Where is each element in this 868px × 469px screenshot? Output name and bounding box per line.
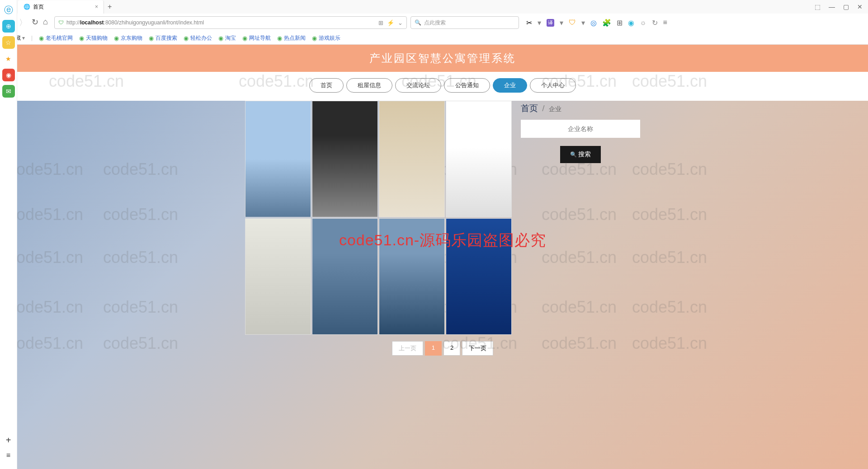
bookmark-icon: ◉ xyxy=(312,35,317,42)
bookmark-icon: ◉ xyxy=(218,35,223,42)
gallery-item[interactable] xyxy=(446,101,512,217)
bookmark-item[interactable]: ◉百度搜索 xyxy=(149,34,177,42)
bookmark-item[interactable]: ◉网址导航 xyxy=(242,34,271,42)
nav-tab-home[interactable]: 首页 xyxy=(309,78,344,93)
search-placeholder: 点此搜索 xyxy=(424,19,446,27)
nav-tabs: 首页 租屋信息 交流论坛 公告通知 企业 个人中心 xyxy=(17,72,868,101)
search-sidebar: 首页 / 企业 搜索 xyxy=(521,101,640,335)
app-icon-5[interactable]: ✉ xyxy=(2,85,15,98)
page-number-button[interactable]: 2 xyxy=(443,341,460,356)
tab-title: 首页 xyxy=(33,3,44,11)
search-button[interactable]: 搜索 xyxy=(560,146,601,163)
bookmark-item[interactable]: ◉淘宝 xyxy=(218,34,236,42)
bookmark-icon: ◉ xyxy=(149,35,154,42)
browser-chrome: 🌐 首页 × + ⬚ — ▢ ✕ 〈 〉 ↻ ⌂ 🛡 http://localh… xyxy=(0,0,868,45)
window-minimize-icon[interactable]: — xyxy=(829,3,835,10)
qr-icon[interactable]: ⊞ xyxy=(378,19,383,26)
bookmarks-bar: ★ 收藏 ▾ | ◉老毛桃官网 ◉天猫购物 ◉京东购物 ◉百度搜索 ◉轻松办公 … xyxy=(0,32,868,44)
bookmark-item[interactable]: ◉京东购物 xyxy=(114,34,142,42)
gallery-item[interactable] xyxy=(446,218,512,335)
gallery-item[interactable] xyxy=(245,101,311,217)
app-icon-2[interactable]: ☆ xyxy=(2,36,15,49)
window-controls: ⬚ — ▢ ✕ xyxy=(815,3,868,10)
window-maximize-icon[interactable]: ▢ xyxy=(843,3,849,10)
url-actions: ⊞ ⚡ ⌄ xyxy=(378,19,403,26)
nav-tab-notice[interactable]: 公告通知 xyxy=(444,78,490,93)
close-tab-icon[interactable]: × xyxy=(95,4,98,10)
home-button[interactable]: ⌂ xyxy=(43,17,48,28)
browser-tab[interactable]: 🌐 首页 × xyxy=(18,0,104,14)
flash-icon[interactable]: ⚡ xyxy=(387,19,394,26)
nav-bar: 〈 〉 ↻ ⌂ 🛡 http://localhost:8080/zhihuigo… xyxy=(0,14,868,32)
next-page-button[interactable]: 下一页 xyxy=(462,341,493,356)
gallery-item[interactable] xyxy=(379,101,445,217)
bookmark-item[interactable]: ◉热点新闻 xyxy=(277,34,306,42)
add-app-button[interactable]: + xyxy=(2,434,15,446)
browser-logo-icon: ⓔ xyxy=(2,4,15,16)
bookmark-icon: ◉ xyxy=(184,35,189,42)
url-bar[interactable]: 🛡 http://localhost:8080/zhihuigongyuguan… xyxy=(54,16,407,29)
bookmark-item[interactable]: ◉轻松办公 xyxy=(184,34,212,42)
extension-icon[interactable]: 🧩 xyxy=(602,19,611,27)
tab-bar: 🌐 首页 × + ⬚ — ▢ ✕ xyxy=(0,0,868,14)
prev-page-button[interactable]: 上一页 xyxy=(392,341,423,356)
search-icon: 🔍 xyxy=(415,19,421,26)
page-content: code51.cn code51.cn code51.cn code51.cn … xyxy=(17,45,868,469)
url-text: http://localhost:8080/zhihuigongyuguanli… xyxy=(66,19,376,26)
bookmark-item[interactable]: ◉游戏娱乐 xyxy=(312,34,340,42)
nav-tab-personal[interactable]: 个人中心 xyxy=(530,78,576,93)
page-number-button[interactable]: 1 xyxy=(425,341,442,356)
nav-tab-enterprise[interactable]: 企业 xyxy=(493,78,527,93)
menu-icon[interactable]: ≡ xyxy=(663,19,667,27)
target-icon[interactable]: ◎ xyxy=(590,19,597,27)
app-menu-button[interactable]: ≡ xyxy=(2,449,15,462)
security-icon[interactable]: 🛡 xyxy=(569,19,576,27)
bookmark-icon: ◉ xyxy=(114,35,119,42)
circle-icon[interactable]: ◉ xyxy=(628,19,634,27)
bookmark-item[interactable]: ◉天猫购物 xyxy=(79,34,108,42)
bookmark-icon: ◉ xyxy=(242,35,247,42)
page-viewport: code51.cn code51.cn code51.cn code51.cn … xyxy=(17,45,868,469)
breadcrumb: 首页 / 企业 xyxy=(521,101,640,114)
window-pin-icon[interactable]: ⬚ xyxy=(815,3,821,10)
chevron-down-icon[interactable]: ⌄ xyxy=(398,19,403,26)
reload-button[interactable]: ↻ xyxy=(32,17,38,28)
gallery-item[interactable] xyxy=(379,218,445,335)
translate-icon[interactable]: 译 xyxy=(547,19,554,27)
app-icon-1[interactable]: ⊕ xyxy=(2,20,15,33)
nav-tab-forum[interactable]: 交流论坛 xyxy=(395,78,441,93)
toolbar-icons: ✂ ▾ 译 ▾ 🛡 ▾ ◎ 🧩 ⊞ ◉ ☼ ↻ ≡ xyxy=(523,19,671,27)
shield-icon: 🛡 xyxy=(58,19,64,26)
gallery-item[interactable] xyxy=(312,218,378,335)
breadcrumb-separator: / xyxy=(542,103,544,113)
restore-icon[interactable]: ↻ xyxy=(652,19,658,27)
search-bar[interactable]: 🔍 点此搜索 xyxy=(410,16,519,29)
page-title-banner: 产业园区智慧公寓管理系统 xyxy=(17,45,868,72)
scissors-icon[interactable]: ✂ xyxy=(526,19,532,27)
window-close-icon[interactable]: ✕ xyxy=(857,3,863,10)
bookmark-item[interactable]: ◉老毛桃官网 xyxy=(39,34,73,42)
bookmark-icon: ◉ xyxy=(277,35,282,42)
bookmark-icon: ◉ xyxy=(39,35,44,42)
app-sidebar: ⓔ ⊕ ☆ ★ ◉ ✉ + ≡ xyxy=(0,0,17,469)
app-icon-4[interactable]: ◉ xyxy=(2,69,15,81)
new-tab-button[interactable]: + xyxy=(104,1,115,13)
grid-icon[interactable]: ⊞ xyxy=(617,19,623,27)
content-area: 首页 / 企业 搜索 xyxy=(17,101,868,335)
bookmark-icon: ◉ xyxy=(79,35,84,42)
globe-icon: 🌐 xyxy=(24,4,30,10)
enterprise-gallery xyxy=(245,101,512,335)
forward-button[interactable]: 〉 xyxy=(19,17,27,28)
pagination: 上一页 1 2 下一页 xyxy=(17,335,868,362)
breadcrumb-home[interactable]: 首页 xyxy=(521,103,538,113)
app-icon-3[interactable]: ★ xyxy=(2,52,15,65)
gallery-item[interactable] xyxy=(312,101,378,217)
nav-tab-rental[interactable]: 租屋信息 xyxy=(346,78,392,93)
enterprise-name-input[interactable] xyxy=(521,120,640,138)
breadcrumb-current: 企业 xyxy=(549,105,561,113)
gallery-item[interactable] xyxy=(245,218,311,335)
settings-icon[interactable]: ☼ xyxy=(640,19,646,27)
